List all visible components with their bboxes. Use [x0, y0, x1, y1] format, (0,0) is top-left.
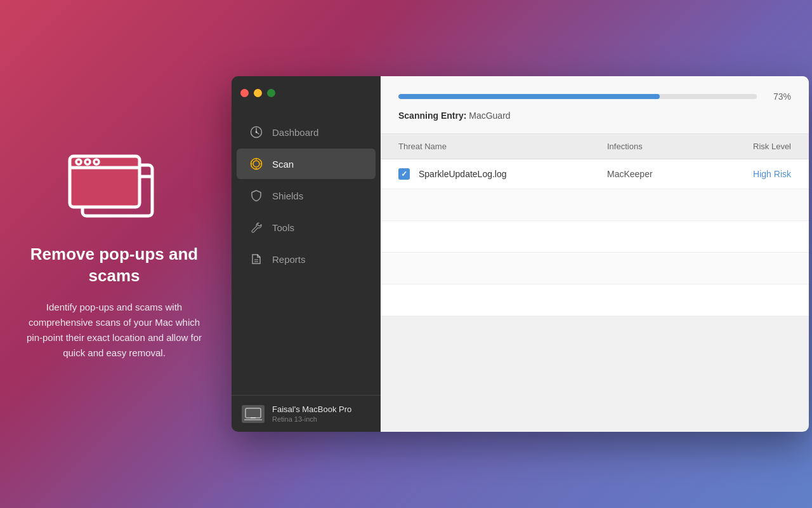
main-content: 73% Scanning Entry: MacGuard Threat Name… [381, 76, 809, 432]
col-header-threat: Threat Name [398, 142, 607, 151]
table-header: Threat Name Infections Risk Level [381, 134, 809, 159]
sidebar-item-tools[interactable]: Tools [237, 212, 376, 243]
sidebar-item-scan-label: Scan [272, 159, 294, 170]
sidebar-item-shields[interactable]: Shields [237, 180, 376, 211]
device-details: Faisal's MacBook Pro Retina 13-inch [272, 404, 351, 423]
svg-point-11 [256, 131, 258, 133]
row-infections: MacKeeper [607, 169, 709, 179]
sidebar: Dashboard Scan [232, 76, 381, 432]
app-window: Dashboard Scan [232, 76, 809, 432]
empty-row-2 [381, 221, 809, 253]
minimize-button[interactable] [254, 89, 262, 97]
shields-icon [249, 189, 263, 203]
empty-row-1 [381, 189, 809, 221]
progress-percent: 73% [766, 91, 791, 102]
window-icon [63, 147, 165, 226]
row-threat-name: SparkleUpdateLog.log [419, 169, 607, 179]
row-risk-level: High Risk [709, 169, 791, 179]
sidebar-item-dashboard[interactable]: Dashboard [237, 117, 376, 147]
close-button[interactable] [240, 89, 249, 97]
reports-icon [249, 252, 263, 266]
device-info: Faisal's MacBook Pro Retina 13-inch [232, 395, 381, 432]
maximize-button[interactable] [267, 89, 275, 97]
sidebar-item-reports-label: Reports [272, 254, 306, 265]
table-row[interactable]: SparkleUpdateLog.log MacKeeper High Risk [381, 159, 809, 189]
empty-row-4 [381, 284, 809, 316]
left-panel-title: Remove pop-ups and scams [25, 244, 203, 287]
sidebar-item-scan[interactable]: Scan [237, 149, 376, 179]
col-header-infections: Infections [607, 142, 709, 151]
sidebar-item-reports[interactable]: Reports [237, 244, 376, 274]
sidebar-item-shields-label: Shields [272, 190, 303, 201]
svg-point-13 [253, 161, 259, 167]
scanning-entry-value: MacGuard [469, 110, 510, 121]
col-header-risk: Risk Level [709, 142, 791, 151]
sidebar-item-tools-label: Tools [272, 222, 294, 233]
left-panel: Remove pop-ups and scams Identify pop-up… [0, 0, 228, 508]
device-model: Retina 13-inch [272, 415, 351, 423]
row-checkbox[interactable] [398, 168, 410, 180]
tools-icon [249, 220, 263, 234]
empty-row-3 [381, 253, 809, 284]
table-body: SparkleUpdateLog.log MacKeeper High Risk [381, 159, 809, 432]
sidebar-item-dashboard-label: Dashboard [272, 127, 318, 138]
scan-icon [249, 157, 263, 171]
titlebar [232, 76, 381, 109]
progress-bar-fill [398, 94, 660, 99]
main-header: 73% Scanning Entry: MacGuard [381, 76, 809, 134]
scanning-entry-label: Scanning Entry: [398, 110, 466, 121]
device-icon [242, 405, 265, 423]
progress-row: 73% [398, 91, 791, 102]
left-panel-description: Identify pop-ups and scams with comprehe… [25, 300, 203, 361]
svg-point-12 [251, 159, 262, 170]
progress-bar-background [398, 94, 757, 99]
svg-rect-20 [246, 408, 261, 418]
scanning-entry-row: Scanning Entry: MacGuard [398, 110, 791, 121]
dashboard-icon [249, 125, 263, 139]
device-name: Faisal's MacBook Pro [272, 404, 351, 414]
nav-items: Dashboard Scan [232, 109, 381, 395]
